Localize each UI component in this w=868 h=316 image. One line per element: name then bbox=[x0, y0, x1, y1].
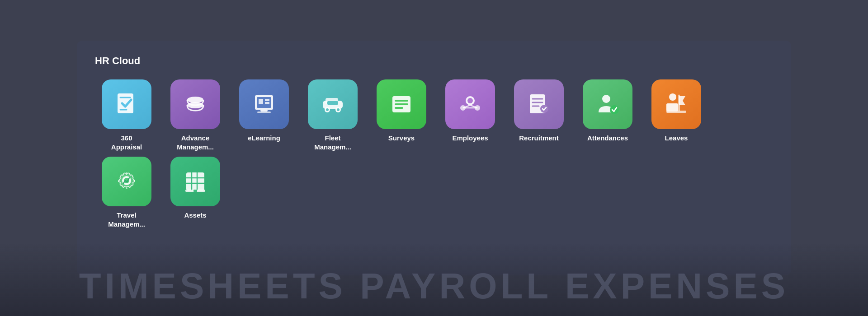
app-assets[interactable]: Assets bbox=[164, 157, 227, 228]
app-recruitment[interactable]: Recruitment bbox=[507, 79, 571, 151]
svg-point-35 bbox=[602, 95, 610, 103]
svg-point-24 bbox=[467, 98, 473, 103]
svg-rect-11 bbox=[257, 112, 271, 113]
svg-rect-10 bbox=[260, 110, 268, 112]
app-icon-recruitment bbox=[514, 79, 564, 129]
app-travel-management[interactable]: TravelManagem... bbox=[95, 157, 158, 228]
app-elearning[interactable]: eLearning bbox=[232, 79, 296, 151]
app-icon-surveys bbox=[377, 79, 426, 129]
app-fleet-management[interactable]: FleetManagem... bbox=[301, 79, 364, 151]
app-employees[interactable]: Employees bbox=[439, 79, 502, 151]
app-icon-leaves bbox=[651, 79, 701, 129]
svg-rect-18 bbox=[327, 101, 338, 105]
app-label-leaves: Leaves bbox=[665, 134, 688, 143]
svg-rect-7 bbox=[259, 99, 263, 104]
app-label-fleet-management: FleetManagem... bbox=[314, 134, 351, 151]
app-360-appraisal[interactable]: 360Appraisal bbox=[95, 79, 158, 151]
svg-rect-38 bbox=[666, 103, 678, 112]
svg-point-36 bbox=[610, 105, 619, 114]
svg-point-17 bbox=[337, 108, 340, 111]
app-label-elearning: eLearning bbox=[248, 134, 280, 143]
hr-cloud-panel: HR Cloud 360Appraisal bbox=[77, 41, 791, 275]
app-leaves[interactable]: Leaves bbox=[645, 79, 708, 151]
app-label-attendances: Attendances bbox=[587, 134, 628, 143]
app-icon-advance-management bbox=[170, 79, 220, 129]
app-label-travel-management: TravelManagem... bbox=[108, 211, 145, 228]
app-label-360-appraisal: 360Appraisal bbox=[111, 134, 142, 151]
app-advance-management[interactable]: AdvanceManagem... bbox=[164, 79, 227, 151]
svg-point-3 bbox=[187, 97, 203, 103]
svg-point-15 bbox=[326, 108, 329, 111]
app-attendances[interactable]: Attendances bbox=[576, 79, 639, 151]
svg-rect-50 bbox=[193, 190, 197, 192]
svg-point-37 bbox=[669, 93, 676, 101]
app-label-recruitment: Recruitment bbox=[519, 134, 559, 143]
app-label-surveys: Surveys bbox=[388, 134, 415, 143]
app-icon-travel-management bbox=[102, 157, 151, 206]
app-icon-assets bbox=[170, 157, 220, 206]
app-icon-employees bbox=[445, 79, 495, 129]
svg-rect-44 bbox=[186, 172, 204, 191]
app-icon-attendances bbox=[583, 79, 632, 129]
app-icon-elearning bbox=[239, 79, 289, 129]
apps-grid: 360Appraisal AdvanceManagem... bbox=[95, 79, 773, 228]
svg-point-4 bbox=[187, 102, 203, 108]
app-icon-fleet-management bbox=[308, 79, 358, 129]
app-surveys[interactable]: Surveys bbox=[370, 79, 433, 151]
svg-rect-39 bbox=[666, 111, 686, 113]
svg-rect-8 bbox=[265, 99, 269, 101]
app-icon-360-appraisal bbox=[102, 79, 151, 129]
app-label-employees: Employees bbox=[452, 134, 488, 143]
svg-rect-9 bbox=[265, 102, 269, 104]
section-title: HR Cloud bbox=[95, 55, 773, 67]
app-label-advance-management: AdvanceManagem... bbox=[177, 134, 214, 151]
app-label-assets: Assets bbox=[184, 211, 206, 220]
